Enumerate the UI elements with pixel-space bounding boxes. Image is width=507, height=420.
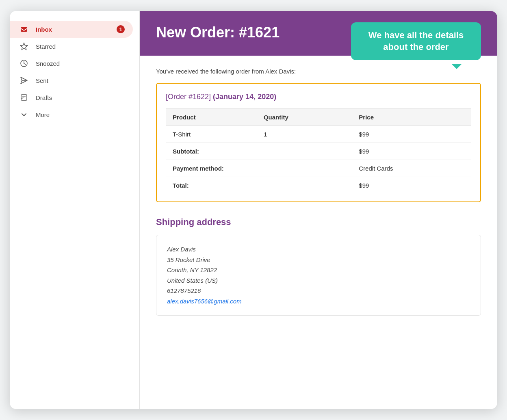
order-title: [Order #1622] (January 14, 2020) <box>166 93 471 101</box>
inbox-icon <box>20 25 28 34</box>
sidebar-item-inbox[interactable]: Inbox 1 <box>10 21 133 38</box>
address-email-link[interactable]: alex.davis7656@gmail.com <box>167 298 242 305</box>
product-quantity: 1 <box>257 126 352 143</box>
col-quantity: Quantity <box>257 109 352 126</box>
order-table: Product Quantity Price T-Shirt 1 $99 <box>166 108 471 194</box>
email-container: New Order: #1621 We have all the details… <box>140 11 497 332</box>
sidebar-item-label-starred: Starred <box>36 43 56 50</box>
sidebar-item-starred[interactable]: Starred <box>10 38 133 55</box>
app-window: Inbox 1 Starred Snoozed <box>10 11 497 409</box>
order-total-row: Total: $99 <box>166 177 471 194</box>
order-table-header-row: Product Quantity Price <box>166 109 471 126</box>
product-price: $99 <box>352 126 471 143</box>
callout-tooltip: We have all the details about the order <box>351 22 481 60</box>
total-value: $99 <box>352 177 471 194</box>
product-name: T-Shirt <box>166 126 257 143</box>
sidebar-item-label-inbox: Inbox <box>36 26 52 33</box>
subtotal-value: $99 <box>352 143 471 160</box>
sidebar-item-snoozed[interactable]: Snoozed <box>10 55 133 72</box>
address-box: Alex Davis 35 Rocket Drive Corinth, NY 1… <box>156 235 481 316</box>
sidebar: Inbox 1 Starred Snoozed <box>10 11 140 409</box>
order-table-body: T-Shirt 1 $99 Subtotal: $99 Payment meth… <box>166 126 471 194</box>
intro-text: You've received the following order from… <box>156 68 481 75</box>
sidebar-item-label-more: More <box>36 111 50 118</box>
order-link[interactable]: [Order #1622] <box>166 93 211 101</box>
clock-icon <box>20 59 28 68</box>
order-row-tshirt: T-Shirt 1 $99 <box>166 126 471 143</box>
order-table-head: Product Quantity Price <box>166 109 471 126</box>
svg-marker-1 <box>21 43 28 50</box>
address-name: Alex Davis <box>167 244 470 255</box>
sidebar-item-label-drafts: Drafts <box>36 94 52 101</box>
callout-text: We have all the details about the order <box>368 30 464 52</box>
order-payment-row: Payment method: Credit Cards <box>166 160 471 177</box>
address-line3: United States (US) <box>167 275 470 286</box>
address-email-wrapper: alex.davis7656@gmail.com <box>167 296 470 307</box>
star-icon <box>20 42 28 51</box>
inbox-badge: 1 <box>117 25 125 33</box>
address-line1: 35 Rocket Drive <box>167 255 470 265</box>
shipping-heading: Shipping address <box>156 217 481 227</box>
address-phone: 6127875216 <box>167 286 470 296</box>
sidebar-item-sent[interactable]: Sent <box>10 72 133 89</box>
sidebar-item-label-sent: Sent <box>36 77 48 84</box>
col-product: Product <box>166 109 257 126</box>
address-line2: Corinth, NY 12822 <box>167 265 470 275</box>
email-header: New Order: #1621 We have all the details… <box>140 11 497 56</box>
chevron-down-icon <box>20 110 28 119</box>
payment-value: Credit Cards <box>352 160 471 177</box>
total-label: Total: <box>166 177 352 194</box>
email-body: You've received the following order from… <box>140 56 497 332</box>
sidebar-item-drafts[interactable]: Drafts <box>10 89 133 106</box>
svg-line-4 <box>24 63 26 65</box>
col-price: Price <box>352 109 471 126</box>
send-icon <box>20 76 28 85</box>
email-panel: New Order: #1621 We have all the details… <box>140 11 497 409</box>
svg-rect-7 <box>21 95 27 100</box>
sidebar-item-label-snoozed: Snoozed <box>36 60 60 67</box>
sidebar-item-more[interactable]: More <box>10 106 133 123</box>
drafts-icon <box>20 93 28 102</box>
subtotal-label: Subtotal: <box>166 143 352 160</box>
payment-label: Payment method: <box>166 160 352 177</box>
order-box: [Order #1622] (January 14, 2020) Product… <box>156 83 481 202</box>
order-date: (January 14, 2020) <box>213 93 276 101</box>
order-subtotal-row: Subtotal: $99 <box>166 143 471 160</box>
